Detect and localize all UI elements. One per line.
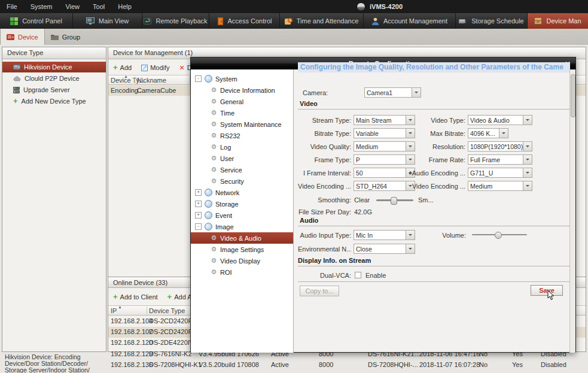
toolbar-remote-playback[interactable]: Remote Playback <box>142 13 209 29</box>
toolbar-label: Time and Attendance <box>297 17 359 25</box>
toolbar-control-panel[interactable]: Control Panel <box>0 13 73 29</box>
cell-firmware: V3.5.20build 170808 <box>199 361 259 368</box>
column-divider <box>147 307 147 314</box>
device-type-hikvision[interactable]: Hikvision Device <box>2 62 106 72</box>
audio-input-type-select[interactable]: Mic In <box>354 230 415 240</box>
audio-input-type-value: Mic In <box>354 232 406 239</box>
cell-device-type: DS-7616NI-K2 <box>149 350 192 357</box>
main-view-icon <box>86 17 95 25</box>
menu-tool[interactable]: Tool <box>86 0 111 13</box>
delete-icon: ✕ <box>179 65 185 71</box>
device-type-cloud-p2p[interactable]: Clould P2P Device <box>2 73 106 84</box>
device-tab-icon <box>7 34 14 40</box>
device-type-add-new[interactable]: + Add New Device Type <box>2 96 106 107</box>
collapse-icon[interactable]: - <box>195 75 202 82</box>
save-button[interactable]: Save <box>531 285 563 296</box>
app-window: File System View Tool Help iVMS-4200 Con… <box>0 0 588 373</box>
toolbar-main-view[interactable]: Main View <box>73 13 142 29</box>
button-label: Add to Client <box>120 293 158 301</box>
toolbar-time-attendance[interactable]: Time and Attendance <box>280 13 364 29</box>
menu-view[interactable]: View <box>59 0 86 13</box>
time-attendance-icon <box>285 17 293 25</box>
gear-icon <box>211 257 217 265</box>
camera-value: Camera1 <box>365 89 412 96</box>
resolution-label: Resolution: <box>395 143 465 150</box>
access-control-icon <box>217 17 224 25</box>
resolution-select[interactable]: 1080P(1920*1080) <box>468 141 532 151</box>
environmental-noise-select[interactable]: Close <box>354 244 415 254</box>
copy-to-button[interactable]: Copy to... <box>300 286 339 296</box>
toolbar-account-management[interactable]: Account Management <box>364 13 456 29</box>
account-management-icon <box>371 17 379 25</box>
iframe-interval-label: I Frame Interval: <box>298 169 351 177</box>
menu-help[interactable]: Help <box>111 0 138 13</box>
environmental-noise-label: Environmental N... <box>298 245 351 253</box>
cell-ip: 192.168.2.120 <box>111 339 153 346</box>
chevron-down-icon[interactable] <box>499 129 508 138</box>
column-nickname[interactable]: Nickname <box>137 77 166 84</box>
tree-item-system[interactable]: -System <box>191 73 293 84</box>
audio-encoding-select[interactable]: G711_U <box>468 168 532 178</box>
online-device-row[interactable]: 192.168.2.136 DS-7208HQHI-K1 V3.5.20buil… <box>108 360 586 371</box>
gear-icon <box>211 98 217 105</box>
add-device-button[interactable]: + Add <box>108 64 136 71</box>
max-bitrate-label: Max Bitrate: <box>395 130 465 137</box>
add-icon: + <box>113 65 118 71</box>
modify-icon <box>141 65 148 71</box>
column-device-type[interactable]: Device Type <box>149 307 185 314</box>
max-bitrate-select[interactable]: 4096 K... <box>468 128 508 138</box>
chevron-down-icon[interactable] <box>406 244 415 253</box>
collapse-icon[interactable]: - <box>195 223 202 230</box>
toolbar-storage-schedule[interactable]: Storage Schedule <box>456 13 528 29</box>
add-icon: + <box>167 294 172 300</box>
slider-thumb[interactable] <box>391 197 397 205</box>
menu-file[interactable]: File <box>0 0 24 13</box>
hikvision-device-icon <box>13 64 20 70</box>
toolbar-label: Storage Schedule <box>471 17 523 25</box>
video-type-value: Video & Audio <box>468 117 523 124</box>
smoothing-slider[interactable] <box>376 197 413 204</box>
device-type-label: Hikvision Device <box>24 63 72 71</box>
chevron-down-icon[interactable] <box>412 88 421 97</box>
slider-thumb[interactable] <box>495 232 502 239</box>
add-icon: + <box>113 294 118 300</box>
smoothing-smooth-label: Sm... <box>418 196 434 204</box>
cell-device-type: DS-2CD2420F-I <box>149 317 196 325</box>
video-encoding-complexity-select[interactable]: Medium <box>468 181 532 191</box>
volume-slider[interactable] <box>472 232 527 238</box>
camera-select[interactable]: Camera1 <box>364 87 421 98</box>
toolbar-access-control[interactable]: Access Control <box>209 13 280 29</box>
chevron-down-icon[interactable] <box>523 168 532 177</box>
modify-device-button[interactable]: Modify <box>136 64 174 71</box>
tab-device-label: Device <box>18 34 38 41</box>
chevron-down-icon[interactable] <box>523 116 532 125</box>
tree-item-video-display[interactable]: Video Display <box>191 255 293 266</box>
stream-type-label: Stream Type: <box>298 117 351 124</box>
smoothing-clear-label: Clear <box>354 196 370 204</box>
add-to-client-button[interactable]: + Add to Client <box>108 293 163 301</box>
remote-playback-icon <box>144 17 151 25</box>
chevron-down-icon[interactable] <box>523 181 532 190</box>
menu-system[interactable]: System <box>24 0 59 13</box>
column-ip[interactable]: IP <box>111 307 117 314</box>
frame-rate-select[interactable]: Full Frame <box>468 154 532 165</box>
chevron-down-icon[interactable] <box>406 231 415 239</box>
chevron-down-icon[interactable] <box>523 155 532 164</box>
device-type-panel: Device Type Hikvision Device Clould P2P … <box>2 47 106 352</box>
chevron-down-icon[interactable] <box>523 142 532 151</box>
toolbar-label: Account Management <box>383 17 447 25</box>
toolbar-label: Device Man <box>546 17 581 25</box>
dual-vca-checkbox[interactable] <box>355 272 361 278</box>
cell-device-type: DS-7208HQHI-K1 <box>149 361 202 368</box>
toolbar-device-management[interactable]: Device Man <box>528 13 588 29</box>
video-encoding-label: Video Encoding ... <box>298 183 351 190</box>
tab-device[interactable]: Device <box>0 29 45 45</box>
device-type-upgrade-server[interactable]: Upgrade Server <box>2 84 106 95</box>
menu-bar: File System View Tool Help iVMS-4200 <box>0 0 588 13</box>
toolbar-label: Remote Playback <box>156 17 207 25</box>
video-type-select[interactable]: Video & Audio <box>468 115 532 125</box>
tab-group[interactable]: Group <box>45 29 87 45</box>
cell-start-time: 2018-11-07 16:07:28 <box>419 361 480 368</box>
sort-asc-icon: ▲ <box>124 74 128 78</box>
cell-ip: 192.168.2.129 <box>111 350 153 357</box>
